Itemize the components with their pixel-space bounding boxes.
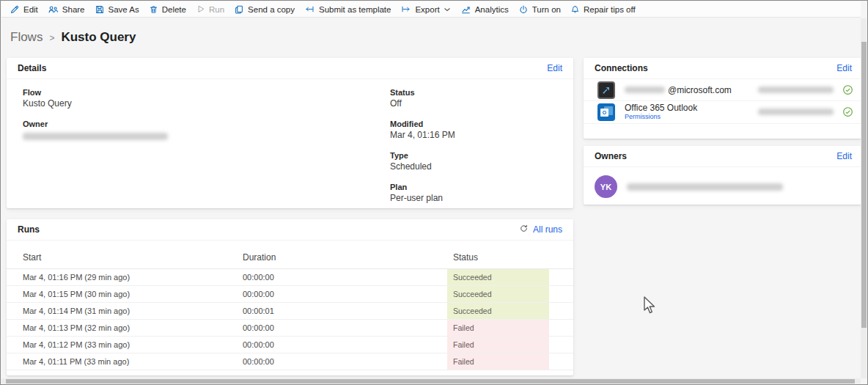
run-duration: 00:00:00 xyxy=(243,269,274,285)
app-window: Edit Share Save As Delete Run Send a cop… xyxy=(0,0,868,385)
field-plan: Plan Per-user plan xyxy=(390,182,455,204)
status-badge: Failed xyxy=(447,337,549,353)
refresh-icon xyxy=(519,223,529,236)
connection-row-kusto[interactable]: @microsoft.com xyxy=(584,79,863,101)
command-bar: Edit Share Save As Delete Run Send a cop… xyxy=(1,1,861,18)
runs-card: Runs All runs Start Duration Status Mar … xyxy=(7,219,573,375)
details-edit-link[interactable]: Edit xyxy=(547,63,562,73)
redacted-connection-account xyxy=(758,87,834,93)
toolbar-label: Turn on xyxy=(532,5,561,14)
field-value: Off xyxy=(390,98,455,109)
check-circle-icon xyxy=(842,106,853,120)
toolbar-label: Edit xyxy=(23,5,38,14)
status-badge: Succeeded xyxy=(447,303,549,319)
connection-name: Office 365 Outlook xyxy=(625,103,697,112)
bell-icon xyxy=(570,4,580,15)
toolbar-label: Analytics xyxy=(475,5,509,14)
owners-edit-link[interactable]: Edit xyxy=(836,151,852,161)
table-row[interactable]: Mar 4, 01:14 PM (31 min ago) 00:00:01 Su… xyxy=(7,303,573,320)
page-title: Kusto Query xyxy=(61,30,136,45)
mouse-cursor xyxy=(643,296,656,318)
breadcrumb-flows-link[interactable]: Flows xyxy=(10,30,43,45)
all-runs-button[interactable]: All runs xyxy=(519,223,562,236)
run-start: Mar 4, 01:13 PM (32 min ago) xyxy=(23,320,130,336)
run-start: Mar 4, 01:12 PM (33 min ago) xyxy=(23,337,130,353)
kusto-connector-icon xyxy=(597,81,615,99)
save-as-button[interactable]: Save As xyxy=(95,4,139,15)
status-badge: Succeeded xyxy=(447,269,549,285)
field-modified: Modified Mar 4, 01:16 PM xyxy=(390,119,455,141)
status-badge: Failed xyxy=(447,320,549,336)
run-duration: 00:00:00 xyxy=(243,353,274,370)
status-badge: Failed xyxy=(447,353,549,370)
connections-edit-link[interactable]: Edit xyxy=(836,63,852,73)
turn-on-button[interactable]: Turn on xyxy=(518,4,561,15)
field-label: Modified xyxy=(390,119,455,129)
share-button[interactable]: Share xyxy=(48,4,85,15)
field-label: Flow xyxy=(23,87,168,98)
power-icon xyxy=(518,4,529,15)
play-icon xyxy=(196,4,205,14)
toolbar-label: Repair tips off xyxy=(584,5,636,14)
run-button: Run xyxy=(196,4,224,14)
table-row[interactable]: Mar 4, 01:13 PM (32 min ago) 00:00:00 Fa… xyxy=(7,320,573,337)
breadcrumb: Flows > Kusto Query xyxy=(10,30,136,45)
toolbar-label: Share xyxy=(62,5,85,14)
field-status: Status Off xyxy=(390,87,455,109)
table-row[interactable]: Mar 4, 01:16 PM (29 min ago) 00:00:00 Su… xyxy=(7,269,573,286)
redacted-owner-value xyxy=(23,133,168,140)
run-start: Mar 4, 01:14 PM (31 min ago) xyxy=(23,303,130,319)
field-label: Type xyxy=(390,150,455,161)
chevron-down-icon xyxy=(444,7,451,12)
toolbar-label: Export xyxy=(415,5,439,14)
delete-button[interactable]: Delete xyxy=(149,4,186,15)
analytics-button[interactable]: Analytics xyxy=(460,4,509,15)
copy-icon xyxy=(234,4,244,15)
vertical-scrollbar-thumb[interactable] xyxy=(861,42,867,328)
repair-tips-button[interactable]: Repair tips off xyxy=(570,4,636,15)
permissions-link[interactable]: Permissions xyxy=(625,112,697,121)
export-button[interactable]: Export xyxy=(400,4,450,14)
table-row[interactable]: Mar 4, 01:11 PM (33 min ago) 00:00:00 Fa… xyxy=(7,353,573,370)
run-start: Mar 4, 01:15 PM (30 min ago) xyxy=(23,286,130,302)
run-duration: 00:00:01 xyxy=(243,303,274,319)
check-circle-icon xyxy=(842,84,853,98)
field-value: Kusto Query xyxy=(23,98,168,109)
toolbar-label: Send a copy xyxy=(248,5,295,14)
toolbar-label: Delete xyxy=(162,5,186,14)
arrow-from-bar-right-icon xyxy=(400,4,411,14)
breadcrumb-separator: > xyxy=(49,33,54,43)
run-start: Mar 4, 01:11 PM (33 min ago) xyxy=(23,353,129,370)
column-header-start: Start xyxy=(23,252,41,263)
horizontal-scrollbar-thumb[interactable] xyxy=(6,379,855,384)
toolbar-label: Submit as template xyxy=(319,5,391,14)
field-type: Type Scheduled xyxy=(390,150,455,172)
table-row[interactable]: Mar 4, 01:15 PM (30 min ago) 00:00:00 Su… xyxy=(7,286,573,303)
line-chart-icon xyxy=(460,4,471,15)
edit-button[interactable]: Edit xyxy=(10,4,38,15)
horizontal-scrollbar[interactable] xyxy=(1,378,861,384)
runs-table-header: Start Duration Status xyxy=(7,241,573,269)
owners-title: Owners xyxy=(595,151,627,161)
column-header-duration: Duration xyxy=(243,252,276,263)
avatar: YK xyxy=(595,175,617,198)
table-row[interactable]: Mar 4, 01:12 PM (33 min ago) 00:00:00 Fa… xyxy=(7,337,573,353)
owner-row: YK xyxy=(584,167,863,206)
vertical-scrollbar[interactable] xyxy=(861,18,867,378)
run-duration: 00:00:00 xyxy=(243,337,274,353)
connections-title: Connections xyxy=(595,63,648,73)
submit-as-template-button[interactable]: Submit as template xyxy=(304,4,391,14)
redacted-connection-user xyxy=(625,87,665,93)
toolbar-label: Run xyxy=(209,5,224,14)
connections-card: Connections Edit @microsoft.com xyxy=(584,58,863,139)
send-a-copy-button[interactable]: Send a copy xyxy=(234,4,295,15)
connection-row-outlook[interactable]: Office 365 Outlook Permissions xyxy=(584,101,863,124)
owners-card: Owners Edit YK xyxy=(584,146,863,205)
field-label: Status xyxy=(390,87,455,98)
toolbar-label: Save As xyxy=(108,5,139,14)
field-value: Mar 4, 01:16 PM xyxy=(390,129,455,141)
run-duration: 00:00:00 xyxy=(243,286,274,302)
all-runs-label: All runs xyxy=(533,224,562,235)
field-owner: Owner xyxy=(23,119,168,140)
field-label: Plan xyxy=(390,182,455,192)
